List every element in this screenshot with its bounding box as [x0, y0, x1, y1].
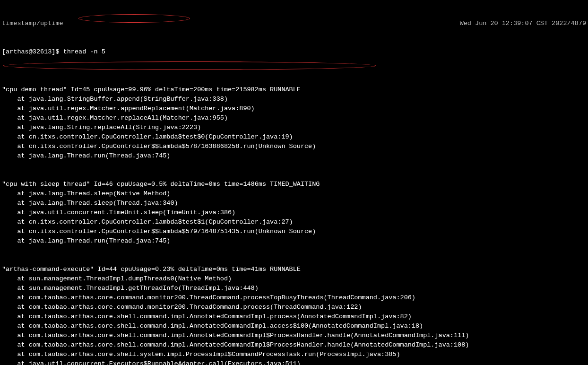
blank-line	[2, 255, 586, 265]
prompt-symbol: $	[55, 48, 59, 55]
stack-frame: at com.taobao.arthas.core.shell.command.…	[2, 331, 586, 340]
stack-frame: at cn.itxs.controller.CpuController.lamb…	[2, 217, 586, 227]
stack-frame: at cn.itxs.controller.CpuController$$Lam…	[2, 142, 586, 151]
stack-frame: at com.taobao.arthas.core.command.monito…	[2, 293, 586, 303]
stack-frame: at java.util.concurrent.Executors$Runnab…	[2, 359, 586, 365]
prompt-command[interactable]: thread -n 5	[63, 48, 105, 55]
stack-frame: at com.taobao.arthas.core.shell.command.…	[2, 322, 586, 331]
stack-frame: at java.lang.Thread.sleep(Thread.java:34…	[2, 199, 586, 208]
stack-frame: at java.lang.Thread.sleep(Native Method)	[2, 189, 586, 199]
terminal-output[interactable]: timestamp/uptime Wed Jun 20 12:39:07 CST…	[0, 0, 588, 365]
stack-frame: at com.taobao.arthas.core.shell.command.…	[2, 340, 586, 350]
stack-frame: at com.taobao.arthas.core.command.monito…	[2, 303, 586, 312]
blank-line	[2, 246, 586, 255]
stack-frame: at cn.itxs.controller.CpuController$$Lam…	[2, 227, 586, 236]
stack-frame: at java.lang.String.replaceAll(String.ja…	[2, 123, 586, 132]
prompt-line[interactable]: [arthas@32613]$ thread -n 5	[2, 47, 586, 57]
stack-frame: at java.lang.StringBuffer.append(StringB…	[2, 95, 586, 104]
thread-header: "cpu demo thread" Id=45 cpuUsage=99.96% …	[2, 85, 586, 95]
stack-frame: at com.taobao.arthas.core.shell.command.…	[2, 312, 586, 322]
stack-frame: at cn.itxs.controller.CpuController.lamb…	[2, 132, 586, 142]
stack-frame: at java.lang.Thread.run(Thread.java:745)	[2, 236, 586, 246]
stack-frame: at sun.management.ThreadImpl.getThreadIn…	[2, 284, 586, 293]
topbar-right: Wed Jun 20 12:39:07 CST 2022/4879	[460, 19, 586, 28]
stack-frame: at java.lang.Thread.run(Thread.java:745)	[2, 151, 586, 161]
stack-frame: at com.taobao.arthas.core.shell.system.i…	[2, 350, 586, 359]
blank-line	[2, 161, 586, 170]
topbar-left: timestamp/uptime	[2, 19, 63, 28]
stack-frame: at java.util.regex.Matcher.appendReplace…	[2, 104, 586, 113]
top-status-bar: timestamp/uptime Wed Jun 20 12:39:07 CST…	[2, 19, 586, 28]
thread-header: "arthas-command-execute" Id=44 cpuUsage=…	[2, 265, 586, 274]
prompt-user: arthas	[6, 48, 29, 55]
stack-frame: at java.util.regex.Matcher.replaceAll(Ma…	[2, 113, 586, 123]
blank-line	[2, 170, 586, 180]
thread-header: "cpu with sleep thread" Id=46 cpuUsage=0…	[2, 180, 586, 189]
stack-frame: at sun.management.ThreadImpl.dumpThreads…	[2, 274, 586, 284]
prompt-host: 32613	[33, 48, 52, 55]
stack-frame: at java.util.concurrent.TimeUnit.sleep(T…	[2, 208, 586, 217]
